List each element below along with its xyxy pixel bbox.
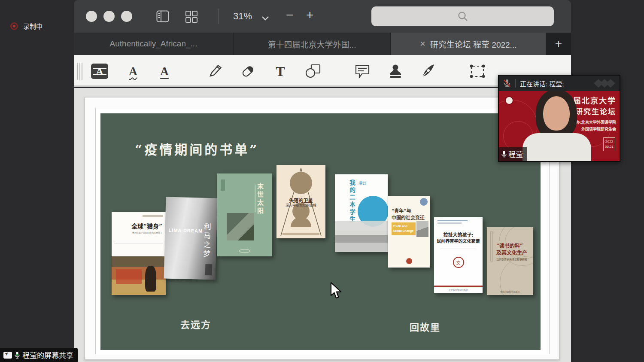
book-title-line2: 中国的社会变迁 [392, 214, 425, 221]
shapes-tool-icon[interactable] [303, 61, 323, 81]
search-input[interactable] [371, 6, 554, 26]
window-titlebar: 31% − + [74, 0, 571, 33]
book-title-line2: 及其文化生产 [496, 249, 527, 256]
slide-title: “疫情期间的书单” [135, 139, 259, 158]
signature-tool-icon[interactable] [418, 61, 438, 81]
header-separator [515, 79, 516, 88]
chevron-down-icon[interactable] [262, 15, 269, 22]
highlight-tool-icon[interactable]: A [90, 61, 109, 81]
book-title-line1: “读书的料” [496, 242, 523, 249]
video-panel-header: 正在讲话: 程莹; [499, 76, 620, 91]
share-banner-label: 程莹的屏幕共享 [22, 350, 73, 360]
recording-indicator: 录制中 [10, 21, 43, 30]
stamp-tool-icon[interactable] [386, 61, 405, 81]
recording-label: 录制中 [23, 21, 43, 30]
tab-authentically-african[interactable]: Authentically_African_... [74, 33, 234, 55]
book-subtitle: 当代农家子弟成长叙事研究 [496, 257, 527, 261]
book-title: 末世太阳 [255, 183, 264, 216]
mouse-cursor [330, 282, 343, 302]
eraser-tool-icon[interactable] [238, 61, 258, 81]
slide-canvas: “疫情期间的书单” 全球“猎身” 世界信息产业和印度的技术劳工 [100, 113, 541, 350]
book-title: 全球“猎身” [131, 222, 162, 230]
zoom-out-button[interactable]: − [286, 8, 294, 22]
markup-toolbar: A A A T [74, 55, 571, 87]
toolbar-drag-handle[interactable] [77, 63, 82, 80]
slide-frame: “疫情期间的书单” 全球“猎身” 世界信息产业和印度的技术劳工 [95, 108, 550, 354]
record-icon [10, 22, 18, 30]
group-label-right: 回故里 [410, 319, 440, 333]
speaker-video-panel[interactable]: 正在讲话: 程莹; 届北京大学 研究生论坛 主办:北京大学外国语学院 外国语学院… [498, 75, 620, 162]
glyph: A [160, 66, 169, 77]
seal-day: 05.21 [604, 144, 615, 149]
glyph: A [129, 66, 137, 77]
banner-line1: 届北京大学 [573, 94, 616, 106]
book-latin-title: LIMA DREAM [168, 227, 203, 234]
book-title: 我的二本学生 [348, 179, 356, 223]
search-icon [457, 11, 468, 22]
tab-label: Authentically_African_... [110, 39, 197, 49]
tab-label: 研究生论坛 程莹 2022... [430, 38, 517, 50]
tab-beida-forum-doc[interactable]: 第十四届北京大学外国... [234, 33, 391, 55]
zoom-level-value[interactable]: 31% [233, 11, 252, 22]
participant-name: 程莹 [508, 149, 523, 159]
close-tab-icon[interactable]: ✕ [420, 40, 426, 49]
fullscreen-window-button[interactable] [121, 11, 132, 22]
note-tool-icon[interactable] [352, 61, 372, 81]
thumbnail-grid-icon[interactable] [185, 10, 198, 25]
book-cover-green: 末世太阳 [217, 173, 272, 256]
zoom-in-button[interactable]: + [306, 8, 314, 22]
speaker-face [543, 96, 570, 131]
tab-graduate-forum-active[interactable]: ✕ 研究生论坛 程莹 2022... [391, 33, 546, 55]
mic-muted-icon [503, 79, 511, 88]
book-cover-shiluo-weixing: 失落的卫星 深入中亚大陆的旅程 [276, 165, 325, 238]
speaker-shoulders [522, 133, 591, 161]
pencil-tool-icon[interactable] [205, 61, 225, 81]
book-cover-quanqiu-lieshen: 全球“猎身” 世界信息产业和印度的技术劳工 [112, 212, 166, 295]
forum-seal-icon [505, 96, 513, 105]
book-subtitle: 世界信息产业和印度的技术劳工 [123, 231, 162, 234]
pdf-page: “疫情期间的书单” 全球“猎身” 世界信息产业和印度的技术劳工 [85, 97, 559, 360]
screen-share-banner: 程莹的屏幕共享 [0, 348, 78, 362]
book-latin-title: Youth and Social Change [392, 222, 416, 235]
minimize-window-button[interactable] [103, 11, 115, 22]
participant-name-badge: 程莹 [499, 147, 527, 161]
book-subtitle: 深入中亚大陆的旅程 [276, 203, 325, 207]
close-window-button[interactable] [86, 11, 97, 22]
document-area: “疫情期间的书单” 全球“猎身” 世界信息产业和印度的技术劳工 [74, 88, 571, 362]
book-title-line2: 民间养育学的文化家谱 [434, 237, 483, 244]
screen: 录制中 31% [0, 0, 644, 362]
book-cover-lache-haizi: 拉扯大的孩子: 民间养育学的文化家谱 文 社会科学文献出版社 [434, 217, 483, 293]
seal-year: 2022 [604, 139, 615, 144]
book-cover-dushudeliao: “读书的料” 及其文化生产 当代农家子弟成长叙事研究 中国社会科学出版社 [487, 227, 533, 295]
book-title: 利马之梦 [201, 223, 213, 259]
book-cover-erben-xuesheng: 我的二本学生 黄灯 [335, 174, 388, 252]
glyph: T [276, 64, 285, 78]
book-author: 黄灯 [359, 180, 367, 186]
tab-label: 第十四届北京大学外国... [268, 38, 356, 50]
mic-active-icon [15, 351, 20, 359]
squiggly-underline-tool-icon[interactable]: A [123, 61, 143, 81]
pdf-app-window: 31% − + Authentically_African_... 第十四届北京… [74, 0, 571, 362]
banner-line4: 外国语学院研究生会 [581, 126, 616, 132]
glyph: A [96, 66, 103, 76]
book-cover-lima-dream: LIMA DREAM 利马之梦 [164, 197, 218, 280]
watermark-logo-icon [597, 79, 615, 88]
new-tab-button[interactable]: + [546, 33, 571, 55]
selection-tool-icon[interactable] [468, 61, 487, 81]
book-cover-qingnian-shehui: “青年”与 中国的社会变迁 Youth and Social Change [388, 196, 430, 268]
book-title-line1: “青年”与 [392, 207, 411, 214]
banner-line3: 主办:北京大学外国语学院 [572, 119, 616, 125]
sidebar-toggle-icon[interactable] [156, 10, 169, 24]
date-seal: 2022 05.21 [603, 137, 615, 151]
text-tool-icon[interactable]: T [270, 61, 290, 81]
group-label-left: 去远方 [180, 317, 211, 331]
toolbar-separator [218, 9, 219, 24]
speaking-label: 正在讲话: 程莹; [520, 79, 564, 88]
book-title-line1: 拉扯大的孩子: [434, 231, 483, 238]
banner-line2: 研究生论坛 [575, 106, 616, 116]
tab-bar: Authentically_African_... 第十四届北京大学外国... … [74, 33, 571, 55]
mic-icon [501, 151, 507, 158]
underline-tool-icon[interactable]: A [155, 61, 174, 81]
screen-share-icon [3, 352, 12, 359]
video-feed: 届北京大学 研究生论坛 主办:北京大学外国语学院 外国语学院研究生会 2022 … [499, 91, 620, 161]
